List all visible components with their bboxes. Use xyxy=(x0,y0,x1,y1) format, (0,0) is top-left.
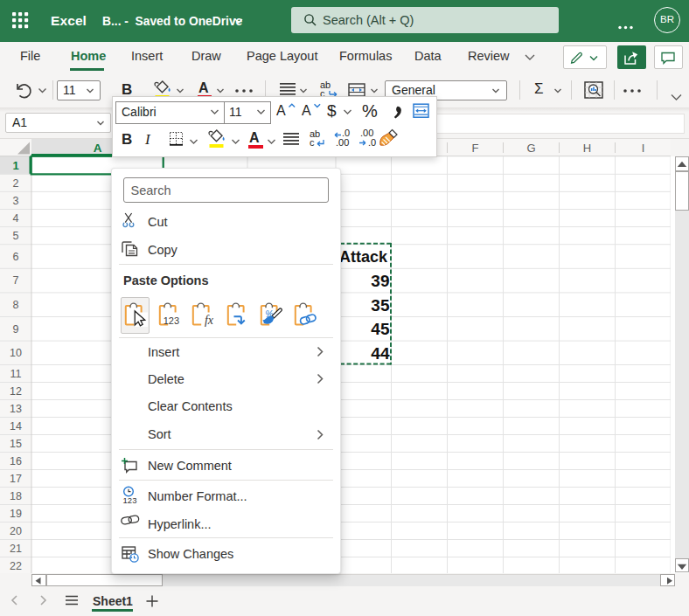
svg-text:H: H xyxy=(583,142,591,155)
svg-text:18: 18 xyxy=(10,490,22,502)
svg-text:5: 5 xyxy=(13,230,19,242)
svg-text:2: 2 xyxy=(13,177,19,190)
svg-text:44: 44 xyxy=(371,344,390,363)
svg-text:12: 12 xyxy=(10,385,22,398)
svg-text:15: 15 xyxy=(10,438,22,450)
svg-text:39: 39 xyxy=(371,272,389,290)
svg-text:22: 22 xyxy=(10,560,22,572)
svg-text:7: 7 xyxy=(13,274,19,287)
svg-text:35: 35 xyxy=(371,296,390,315)
svg-text:17: 17 xyxy=(10,473,22,485)
svg-text:16: 16 xyxy=(10,455,22,467)
svg-text:6: 6 xyxy=(13,251,19,263)
svg-text:13: 13 xyxy=(10,403,22,415)
svg-text:123: 123 xyxy=(123,495,137,505)
svg-text:F: F xyxy=(472,142,479,155)
svg-text:10: 10 xyxy=(10,347,22,359)
svg-text:A: A xyxy=(94,142,102,155)
svg-text:45: 45 xyxy=(371,320,390,338)
svg-text:123: 123 xyxy=(163,315,178,326)
svg-text:8: 8 xyxy=(13,299,19,311)
svg-text:20: 20 xyxy=(10,525,22,537)
svg-text:fx: fx xyxy=(205,314,214,327)
svg-text:3: 3 xyxy=(13,195,19,207)
svg-text:Attack: Attack xyxy=(339,248,388,266)
svg-text:19: 19 xyxy=(10,508,22,520)
svg-text:G: G xyxy=(526,142,535,155)
svg-text:14: 14 xyxy=(10,420,22,433)
svg-text:21: 21 xyxy=(10,543,22,555)
svg-text:9: 9 xyxy=(13,323,19,336)
svg-text:4: 4 xyxy=(13,212,19,225)
svg-text:11: 11 xyxy=(10,368,22,380)
svg-text:1: 1 xyxy=(12,159,18,172)
svg-text:I: I xyxy=(642,142,645,155)
